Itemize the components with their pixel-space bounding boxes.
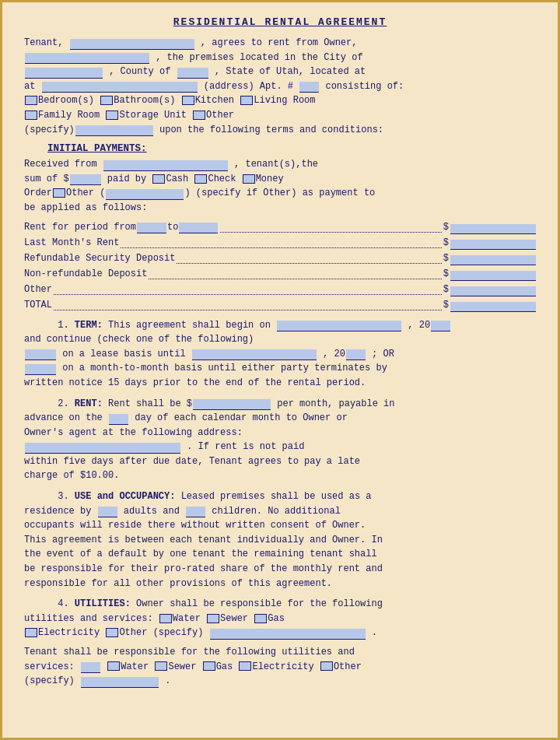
- tenant-elec-label: Electricity: [252, 661, 313, 672]
- bathroom-checkbox[interactable]: [100, 96, 113, 105]
- sum-field[interactable]: [70, 174, 101, 185]
- owner-other-checkbox[interactable]: [106, 628, 118, 637]
- tenant-other-checkbox[interactable]: [320, 661, 333, 671]
- tenant-water-checkbox[interactable]: [107, 661, 120, 671]
- occ-text8: be responsible for their pro-rated share…: [24, 563, 383, 574]
- money-label: Money: [256, 174, 284, 184]
- check-label: Check: [208, 174, 236, 184]
- received-paragraph: Received from , tenant(s),the sum of $ p…: [24, 157, 536, 215]
- total-amount-field[interactable]: [450, 302, 536, 312]
- rent-amount-field[interactable]: [450, 224, 536, 234]
- occ-number: 3.: [58, 491, 68, 502]
- occ-text3: adults and: [124, 506, 180, 517]
- owner-water-checkbox[interactable]: [159, 614, 172, 623]
- cash-checkbox[interactable]: [152, 174, 165, 184]
- total-dots: [54, 310, 442, 310]
- other-amount-field[interactable]: [450, 286, 536, 296]
- at-label: at: [24, 81, 35, 92]
- check-checkbox[interactable]: [194, 174, 207, 184]
- occ-text1: Leased premises shall be used as a: [181, 491, 372, 502]
- bathroom-label: Bathroom(s): [114, 95, 175, 106]
- other-specify-field[interactable]: [75, 125, 153, 136]
- other-room-label: Other: [206, 110, 234, 121]
- storage-label: Storage Unit: [119, 110, 186, 121]
- rent-from-field[interactable]: [137, 223, 166, 233]
- familyroom-checkbox[interactable]: [25, 110, 37, 120]
- tenant-utilities-paragraph: Tenant shall be responsible for the foll…: [24, 645, 536, 689]
- owner-address-field[interactable]: [25, 443, 180, 454]
- city-field[interactable]: [25, 68, 103, 79]
- rent-text6: . If rent is not paid: [187, 441, 304, 452]
- tenant-other-specify[interactable]: [81, 677, 159, 688]
- term-text1: This agreement shall begin on: [108, 320, 271, 331]
- owner-name-field[interactable]: [25, 53, 149, 64]
- tenant-water-label: Water: [121, 661, 149, 672]
- rent-day-field[interactable]: [109, 414, 128, 425]
- month-option-field[interactable]: [25, 364, 56, 375]
- occ-text4: children. No additional: [212, 506, 341, 517]
- rent-to-field[interactable]: [179, 223, 218, 233]
- nonrefundable-row: Non-refundable Deposit $: [24, 267, 536, 281]
- lease-end-field[interactable]: [192, 349, 317, 360]
- other-payment-checkbox[interactable]: [53, 188, 65, 198]
- owner-other-specify[interactable]: [210, 629, 366, 640]
- storage-checkbox[interactable]: [106, 110, 118, 120]
- term-paragraph: 1. TERM: This agreement shall begin on ,…: [24, 318, 536, 391]
- children-field[interactable]: [186, 507, 205, 517]
- lease-end-year[interactable]: [346, 349, 366, 360]
- tenant-util-small[interactable]: [81, 662, 100, 673]
- owner-sewer-checkbox[interactable]: [207, 614, 219, 623]
- state-text: , State of Utah, located at: [215, 66, 366, 77]
- term-start-field[interactable]: [277, 321, 401, 331]
- bedroom-label: Bedroom(s): [38, 95, 94, 106]
- rent-text4: day of each calendar month to Owner or: [135, 412, 348, 423]
- tenant-elec-checkbox[interactable]: [239, 661, 251, 671]
- premises-text: , the premises located in the City of: [156, 52, 362, 63]
- livingroom-checkbox[interactable]: [240, 96, 253, 105]
- tenant-name-field[interactable]: [70, 39, 194, 50]
- rent-paragraph: 2. RENT: Rent shall be $ per month, paya…: [24, 397, 536, 484]
- tenant-label: Tenant,: [24, 37, 63, 48]
- owner-elec-label: Electricity: [38, 627, 100, 638]
- payment-lines-section: Rent for period from to $ Last Month's R…: [24, 220, 536, 312]
- owner-gas-checkbox[interactable]: [254, 614, 267, 623]
- total-label: TOTAL: [24, 298, 52, 312]
- apt-field[interactable]: [299, 82, 319, 93]
- owner-sewer-label: Sewer: [220, 613, 248, 624]
- term-text4: on a lease basis until: [62, 349, 185, 359]
- sd-dots: [177, 263, 441, 264]
- received-from-field[interactable]: [103, 160, 228, 171]
- county-field[interactable]: [177, 68, 208, 79]
- rent-number: 2.: [58, 398, 68, 409]
- rent-amount-monthly[interactable]: [193, 399, 271, 410]
- tenant-sewer-checkbox[interactable]: [155, 661, 167, 671]
- lease-option-field[interactable]: [25, 349, 56, 360]
- occ-text5: occupants will reside there without writ…: [24, 520, 366, 531]
- owner-other-label: Other (specify): [119, 627, 203, 638]
- lmr-amount-field[interactable]: [450, 240, 536, 250]
- term-text6: ; OR: [372, 349, 394, 359]
- adults-field[interactable]: [98, 507, 117, 517]
- page: RESIDENTIAL RENTAL AGREEMENT Tenant, , a…: [0, 0, 560, 740]
- term-text7: on a month-to-month basis until either p…: [62, 363, 387, 374]
- be-applied-text: be applied as follows:: [24, 202, 147, 213]
- other-dots: [54, 294, 442, 295]
- term-text2: , 20: [408, 320, 430, 331]
- owner-elec-checkbox[interactable]: [25, 628, 37, 637]
- sd-amount-field[interactable]: [450, 255, 536, 265]
- address-label: (address) Apt. #: [204, 81, 293, 92]
- other-payment-field[interactable]: [106, 189, 184, 200]
- bedroom-checkbox[interactable]: [25, 96, 37, 105]
- rent-period-label: Rent for period from: [24, 220, 136, 234]
- upon-text: upon the following terms and conditions:: [159, 125, 383, 135]
- other-room-checkbox[interactable]: [193, 110, 205, 120]
- nr-amount-field[interactable]: [450, 271, 536, 281]
- last-months-rent-row: Last Month's Rent $: [24, 236, 536, 250]
- tenant-gas-checkbox[interactable]: [203, 661, 215, 671]
- last-months-rent-label: Last Month's Rent: [24, 236, 119, 250]
- address-field[interactable]: [42, 82, 198, 93]
- term-year-field[interactable]: [431, 321, 450, 331]
- kitchen-checkbox[interactable]: [182, 96, 194, 105]
- money-checkbox[interactable]: [243, 174, 255, 184]
- rent-period-row: Rent for period from to $: [24, 220, 536, 234]
